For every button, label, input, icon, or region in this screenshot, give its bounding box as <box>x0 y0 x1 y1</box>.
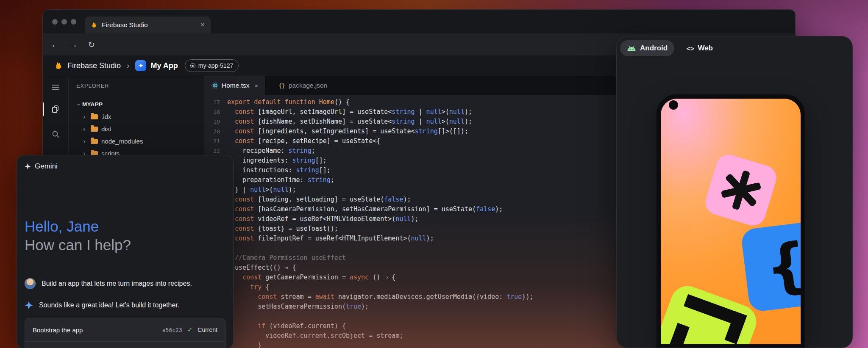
browser-tab-title: Firebase Studio <box>102 21 200 29</box>
task-title: Bootstrap the app <box>33 326 157 334</box>
greeting-line1: Hello, Jane <box>25 217 131 236</box>
assistant-message-text: Sounds like a great idea! Let's build it… <box>39 301 179 309</box>
folder-icon <box>91 127 98 132</box>
spark-icon <box>138 63 143 68</box>
code-line-text: const stream = await navigator.mediaDevi… <box>227 293 533 301</box>
line-number: 17 <box>205 97 220 107</box>
window-titlebar: Firebase Studio × <box>43 10 795 33</box>
pink-asterisk-shape <box>702 152 779 229</box>
phone-screen[interactable]: { <box>661 99 801 344</box>
tab-home-tsx[interactable]: Home.tsx × <box>205 76 265 95</box>
green-bracket-shape <box>661 281 761 344</box>
code-line-text: //Camera Permission useEffect <box>227 254 346 262</box>
breadcrumb-separator: › <box>127 61 129 70</box>
tree-item-node-modules[interactable]: › node_modules <box>69 135 204 147</box>
code-tag-icon: <> <box>686 44 694 52</box>
commit-hash: a56c23 <box>162 327 182 333</box>
browser-tab[interactable]: Firebase Studio × <box>85 17 211 33</box>
line-number: 22 <box>205 146 220 156</box>
brace-glyph: { <box>762 234 801 298</box>
blue-brace-shape: { <box>740 220 801 312</box>
tree-item-label: .idx <box>101 113 111 120</box>
tab-close-icon[interactable]: × <box>200 21 205 29</box>
reload-button[interactable]: ↻ <box>85 33 98 55</box>
tab-close-icon[interactable]: × <box>254 82 258 89</box>
line-number: 19 <box>205 117 220 127</box>
tree-item-idx[interactable]: › .idx <box>69 110 204 123</box>
firebase-logo-icon <box>54 61 63 70</box>
line-number: 18 <box>205 107 220 117</box>
code-line-text: preparationTime: string; <box>227 176 334 184</box>
explorer-title: EXPLORER <box>76 83 109 89</box>
phone-mockup: { <box>657 94 805 348</box>
toggle-web[interactable]: <> Web <box>686 44 713 52</box>
react-icon <box>211 82 218 89</box>
tab-label: Home.tsx <box>222 82 249 89</box>
toggle-android[interactable]: Android <box>620 40 674 56</box>
workspace-badge[interactable]: my-app-5127 <box>185 59 239 72</box>
code-line-text: const [recipe, setRecipe] = useState<{ <box>227 137 380 145</box>
code-line-text: export default function Home() { <box>227 98 350 106</box>
chevron-right-icon: › <box>83 125 90 133</box>
folder-icon <box>91 139 98 144</box>
code-line-text: setHasCameraPermission(true); <box>227 303 369 310</box>
tab-package-json[interactable]: {} package.json <box>272 76 334 95</box>
status-label: Current <box>198 326 217 333</box>
code-line-text: const [loading, setLoading] = useState(f… <box>227 196 411 203</box>
tree-root-label: MYAPP <box>82 101 103 108</box>
braces-icon: {} <box>278 83 285 89</box>
greeting-line2: How can I help? <box>25 236 131 254</box>
code-line-text: useEffect(() ⇒ { <box>227 264 296 271</box>
code-line-text: const fileInputRef = useRef<HTMLInputEle… <box>227 235 434 242</box>
files-icon[interactable] <box>43 102 68 117</box>
camera-hole <box>669 100 678 110</box>
code-line-text: const getCameraPermission = async () ⇒ { <box>227 273 395 281</box>
window-controls[interactable] <box>52 19 76 25</box>
file-change-row[interactable]: src/pages/Home.tsx +122 <box>25 342 225 348</box>
search-icon[interactable] <box>43 127 68 142</box>
code-line-text: recipeName: string; <box>227 147 315 155</box>
task-card-header[interactable]: Bootstrap the app a56c23 ✓ Current <box>25 318 225 341</box>
menu-icon[interactable] <box>43 80 68 95</box>
app-icon <box>135 60 146 71</box>
chevron-right-icon: › <box>83 138 90 145</box>
platform-toggle: Android <> Web <box>620 40 713 56</box>
brand-title[interactable]: Firebase Studio <box>67 61 121 70</box>
tree-item-dist[interactable]: › dist <box>69 123 204 135</box>
android-label: Android <box>640 44 668 52</box>
code-line-text: const [ingredients, setIngredients] = us… <box>227 127 468 135</box>
file-tree: › MYAPP › .idx › dist › <box>69 98 204 160</box>
code-line-text: const [dishName, setDishName] = useState… <box>227 118 472 125</box>
device-preview-panel: Android <> Web { <box>616 36 853 348</box>
tree-root[interactable]: › MYAPP <box>69 98 204 110</box>
android-icon <box>627 45 636 52</box>
code-line-text: const [hasCameraPermission, setHasCamera… <box>227 205 503 213</box>
avatar <box>25 278 36 289</box>
check-icon: ✓ <box>187 326 193 334</box>
code-line-text: const [imageUrl, setImageUrl] = useState… <box>227 108 472 116</box>
task-card: Bootstrap the app a56c23 ✓ Current src/p… <box>25 318 225 348</box>
web-label: Web <box>698 44 713 52</box>
workspace-badge-label: my-app-5127 <box>198 62 234 69</box>
forward-button[interactable]: → <box>67 33 80 55</box>
code-line-text: instructions: string[]; <box>227 166 331 174</box>
window-control-dot[interactable] <box>61 19 67 25</box>
gemini-greeting: Hello, Jane How can I help? <box>25 217 131 254</box>
window-control-dot[interactable] <box>71 19 76 25</box>
code-line-text: videoRef.current.srcObject = stream; <box>227 332 403 340</box>
line-number: 20 <box>205 127 220 136</box>
user-message-text: Build an app that lets me turn images in… <box>42 280 192 287</box>
window-control-dot[interactable] <box>52 19 58 25</box>
gemini-sparkle-icon <box>25 301 33 309</box>
back-button[interactable]: ← <box>49 33 61 55</box>
gemini-header: Gemini <box>25 162 58 171</box>
tree-item-label: node_modules <box>101 138 143 145</box>
code-line-text: if (videoRef.current) { <box>227 322 346 330</box>
app-name[interactable]: My App <box>150 61 178 70</box>
chevron-right-icon: › <box>83 113 90 121</box>
workspace-badge-icon <box>190 63 195 68</box>
firebase-favicon-icon <box>91 22 97 28</box>
code-line-text: const videoRef = useRef<HTMLVideoElement… <box>227 215 419 223</box>
line-number: 21 <box>205 136 220 146</box>
assistant-message: Sounds like a great idea! Let's build it… <box>25 301 225 309</box>
